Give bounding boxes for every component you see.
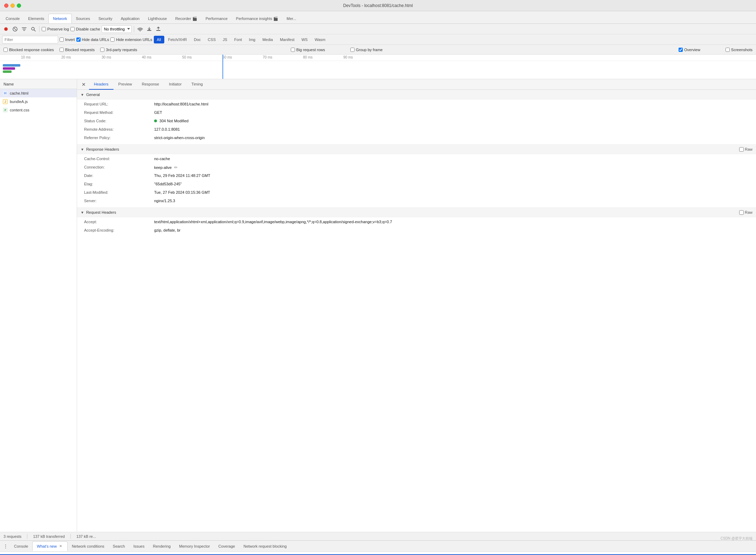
blocked-cookies-checkbox[interactable] <box>4 48 8 52</box>
detail-tab-initiator[interactable]: Initiator <box>164 79 186 90</box>
filter-type-media[interactable]: Media <box>259 36 276 43</box>
tick-30ms: 30 ms <box>102 55 111 59</box>
hide-data-urls-checkbox[interactable] <box>76 37 81 42</box>
big-request-rows-label[interactable]: Big request rows <box>291 48 325 52</box>
file-item-bundlea-js[interactable]: J bundleA.js <box>0 97 77 106</box>
bottom-tab-memory-inspector[interactable]: Memory Inspector <box>175 541 214 551</box>
file-item-cache-html[interactable]: H cache.html <box>0 89 77 97</box>
big-request-rows-checkbox[interactable] <box>291 48 295 52</box>
options-row: Blocked response cookies Blocked request… <box>0 45 756 55</box>
more-tools-button[interactable]: ⋮ <box>1 542 10 550</box>
tab-more[interactable]: Mer... <box>282 14 301 23</box>
tab-elements[interactable]: Elements <box>24 14 48 23</box>
request-headers-raw-label[interactable]: Raw <box>739 210 752 215</box>
tab-security[interactable]: Security <box>94 14 117 23</box>
filter-type-ws[interactable]: WS <box>298 36 311 43</box>
bottom-tab-search[interactable]: Search <box>109 541 129 551</box>
filter-type-js[interactable]: JS <box>220 36 231 43</box>
screenshots-checkbox[interactable] <box>726 48 730 52</box>
bottom-tab-whats-new[interactable]: What's new ✕ <box>32 541 68 551</box>
filter-type-all[interactable]: All <box>154 36 164 43</box>
tab-lighthouse[interactable]: Lighthouse <box>144 14 171 23</box>
disable-cache-checkbox[interactable] <box>70 27 75 31</box>
preserve-log-checkbox[interactable] <box>42 27 46 31</box>
filter-type-font[interactable]: Font <box>231 36 245 43</box>
timeline-overview: 10 ms 20 ms 30 ms 40 ms 50 ms 60 ms 70 m… <box>0 55 756 79</box>
timeline-bar-js <box>3 67 15 70</box>
import-icon[interactable] <box>145 25 153 33</box>
detail-close-button[interactable]: ✕ <box>80 81 88 88</box>
connection-edit-icon[interactable]: ✏ <box>174 165 178 170</box>
resource-size: 137 kB re... <box>76 534 96 539</box>
overview-checkbox[interactable] <box>679 48 683 52</box>
disable-cache-label[interactable]: Disable cache <box>70 27 100 31</box>
hide-extension-urls-checkbox[interactable] <box>110 37 115 42</box>
hide-data-urls-label[interactable]: Hide data URLs <box>76 37 109 42</box>
filter-input[interactable] <box>2 36 58 43</box>
tab-console[interactable]: Console <box>1 14 24 23</box>
preserve-log-label[interactable]: Preserve log <box>42 27 69 31</box>
filter-type-img[interactable]: Img <box>246 36 259 43</box>
throttle-select[interactable]: No throttling Fast 3G Slow 3G Offline <box>102 25 132 33</box>
wifi-icon[interactable] <box>136 25 144 33</box>
bottom-tab-network-conditions[interactable]: Network conditions <box>68 541 109 551</box>
third-party-requests-label[interactable]: 3rd-party requests <box>100 48 137 52</box>
tab-application[interactable]: Application <box>117 14 144 23</box>
tab-network[interactable]: Network <box>48 14 71 23</box>
tab-performance[interactable]: Performance <box>201 14 232 23</box>
bottom-tab-coverage[interactable]: Coverage <box>214 541 239 551</box>
bottom-tab-rendering[interactable]: Rendering <box>149 541 175 551</box>
blocked-requests-checkbox[interactable] <box>60 48 64 52</box>
screenshots-label[interactable]: Screenshots <box>726 48 752 52</box>
detail-tab-response[interactable]: Response <box>137 79 164 90</box>
filter-type-wasm[interactable]: Wasm <box>311 36 329 43</box>
filter-button[interactable] <box>20 25 28 33</box>
bottom-tab-issues[interactable]: Issues <box>129 541 149 551</box>
invert-checkbox[interactable] <box>60 37 64 42</box>
response-headers-raw-checkbox[interactable] <box>739 147 744 152</box>
detail-tab-preview[interactable]: Preview <box>114 79 137 90</box>
response-headers-raw-label[interactable]: Raw <box>739 147 752 152</box>
filter-type-fetchxhr[interactable]: Fetch/XHR <box>165 36 190 43</box>
timeline-bar-html <box>3 64 20 67</box>
svg-rect-5 <box>147 30 151 31</box>
tick-90ms: 90 ms <box>343 55 353 59</box>
overview-label[interactable]: Overview <box>679 48 700 52</box>
record-button[interactable] <box>2 25 10 33</box>
group-by-frame-label[interactable]: Group by frame <box>350 48 383 52</box>
status-separator-2 <box>70 534 71 539</box>
export-icon[interactable] <box>154 25 162 33</box>
maximize-button[interactable] <box>17 4 21 8</box>
detail-content: ▼ General Request URL: http://localhost:… <box>77 90 756 237</box>
js-icon: J <box>3 99 8 104</box>
blocked-requests-label[interactable]: Blocked requests <box>60 48 95 52</box>
filter-type-manifest[interactable]: Manifest <box>277 36 298 43</box>
tab-sources[interactable]: Sources <box>72 14 94 23</box>
bottom-tab-network-request-blocking[interactable]: Network request blocking <box>239 541 291 551</box>
whats-new-close-button[interactable]: ✕ <box>58 544 63 549</box>
file-item-content-css[interactable]: # content.css <box>0 106 77 114</box>
minimize-button[interactable] <box>11 4 15 8</box>
group-by-frame-checkbox[interactable] <box>350 48 355 52</box>
response-headers-section-header[interactable]: ▼ Response Headers Raw <box>77 144 756 154</box>
request-headers-raw-checkbox[interactable] <box>739 210 744 215</box>
tick-80ms: 80 ms <box>303 55 312 59</box>
close-button[interactable] <box>4 4 8 8</box>
third-party-requests-checkbox[interactable] <box>100 48 104 52</box>
invert-label[interactable]: Invert <box>60 37 75 42</box>
clear-button[interactable] <box>11 25 19 33</box>
tab-recorder[interactable]: Recorder 🎬 <box>171 14 201 23</box>
search-button[interactable] <box>29 25 37 33</box>
accept-row: Accept: text/html,application/xhtml+xml,… <box>77 219 756 227</box>
general-section-header[interactable]: ▼ General <box>77 90 756 100</box>
request-headers-section-header[interactable]: ▼ Request Headers Raw <box>77 207 756 217</box>
blocked-cookies-label[interactable]: Blocked response cookies <box>4 48 54 52</box>
bottom-tab-console[interactable]: Console <box>10 541 32 551</box>
filter-type-css[interactable]: CSS <box>205 36 219 43</box>
filter-type-doc[interactable]: Doc <box>191 36 204 43</box>
hide-extension-urls-label[interactable]: Hide extension URLs <box>110 37 152 42</box>
detail-tab-headers[interactable]: Headers <box>89 79 114 90</box>
tick-60ms: 60 ms <box>222 55 232 59</box>
detail-tab-timing[interactable]: Timing <box>186 79 208 90</box>
tab-performance-insights[interactable]: Performance insights 🎬 <box>232 14 282 23</box>
